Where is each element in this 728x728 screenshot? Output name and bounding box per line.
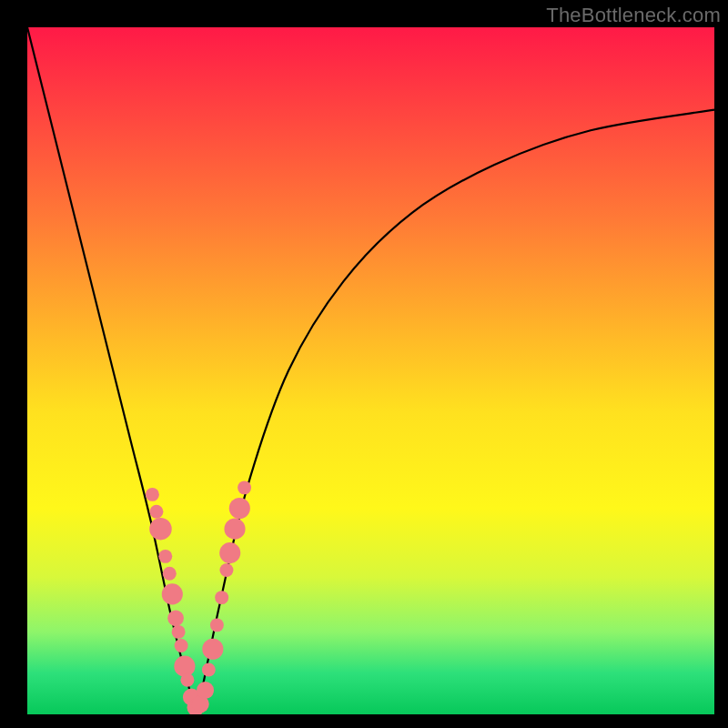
- highlight-dot: [149, 505, 163, 519]
- highlight-dot: [210, 618, 224, 632]
- highlight-dot: [167, 610, 184, 626]
- highlight-dot: [197, 682, 214, 699]
- highlight-dot: [146, 488, 159, 501]
- plot-area: [27, 27, 714, 714]
- highlight-dot: [163, 567, 177, 581]
- highlight-dot: [224, 519, 245, 540]
- highlight-dot: [202, 662, 216, 676]
- highlight-dot: [149, 518, 171, 540]
- highlight-dot: [202, 639, 223, 660]
- highlight-dot: [215, 591, 228, 604]
- highlight-dot: [172, 625, 186, 639]
- bottleneck-curve: [27, 27, 714, 711]
- highlight-dot: [180, 673, 194, 687]
- highlight-dot: [162, 583, 183, 604]
- highlight-dot: [158, 550, 172, 563]
- highlight-dot: [175, 639, 188, 652]
- watermark-text: TheBottleneck.com: [546, 4, 721, 27]
- highlight-dot: [219, 542, 240, 563]
- highlight-dots: [146, 480, 251, 714]
- highlight-dot: [174, 656, 195, 677]
- highlight-dot: [219, 563, 233, 577]
- highlight-dot: [229, 498, 250, 519]
- chart-svg: [27, 27, 714, 714]
- highlight-dot: [238, 480, 251, 494]
